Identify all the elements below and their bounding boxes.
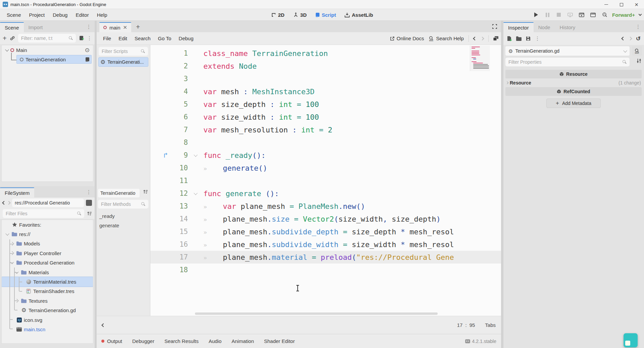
code-line-14[interactable]: 14»plane_mesh.size = Vector2(size_width,… [150, 213, 501, 225]
inspector-dock-menu-icon[interactable]: ⋮ [636, 24, 641, 30]
script-menu-debug[interactable]: Debug [175, 34, 197, 43]
close-tab-icon[interactable]: ✕ [123, 24, 128, 31]
property-row-resource[interactable]: Resource (1 change) [506, 78, 641, 87]
visibility-icon[interactable]: ⊙ [85, 47, 90, 54]
edited-resource-row[interactable]: ⚙ TerrainGeneration.gd [505, 46, 630, 56]
workspace-assetlib-button[interactable]: AssetLib [342, 11, 376, 19]
play-custom-scene-button[interactable] [589, 12, 597, 18]
method-ready[interactable]: _ready [98, 211, 149, 221]
scene-tab-main[interactable]: main ✕ [99, 22, 131, 32]
stop-button[interactable] [555, 12, 562, 18]
inspector-back-icon[interactable] [621, 37, 625, 40]
play-button[interactable] [532, 12, 540, 18]
toggle-scripts-panel-icon[interactable] [101, 323, 105, 327]
bottom-tab-output[interactable]: Output [101, 338, 122, 344]
remote-debug-button[interactable] [566, 12, 574, 18]
indent-type[interactable]: Tabs [485, 322, 496, 328]
horizontal-scrollbar[interactable] [195, 312, 438, 315]
tree-item-terrainshader-tres[interactable]: vsTerrainShader.tres [2, 287, 93, 296]
code-line-18[interactable]: 18 [150, 264, 501, 276]
code-line-6[interactable]: 6var size_width : int = 100 [150, 111, 501, 123]
save-resource-icon[interactable] [526, 36, 531, 41]
menu-help[interactable]: Help [94, 10, 111, 19]
code-line-9[interactable]: ↱9func _ready(): [150, 149, 501, 162]
code-line-12[interactable]: 12func generate (): [150, 187, 501, 200]
method-generate[interactable]: generate [98, 221, 149, 230]
script-menu-search[interactable]: Search [131, 34, 154, 43]
fold-gutter[interactable] [188, 193, 203, 194]
scene-extra-menu-icon[interactable]: ⋮ [87, 35, 92, 41]
code-line-1[interactable]: 1class_name TerrainGeneration [150, 47, 501, 60]
new-scene-tab-button[interactable]: + [136, 23, 140, 31]
filter-scripts-input[interactable] [99, 47, 148, 56]
minimize-button[interactable] [599, 0, 614, 9]
expander-down-icon[interactable] [5, 233, 10, 235]
code-line-2[interactable]: 2extends Node [150, 60, 501, 72]
load-resource-icon[interactable] [516, 36, 522, 41]
workspace-3d-button[interactable]: 3D [291, 11, 309, 19]
sort-files-icon[interactable] [87, 211, 92, 216]
code-line-8[interactable]: 8 [150, 136, 501, 149]
filter-methods-input[interactable] [98, 200, 148, 209]
history-back-icon[interactable] [473, 37, 477, 40]
expand-editor-icon[interactable] [492, 24, 497, 29]
pause-button[interactable] [544, 12, 551, 18]
tree-item-terrainmaterial-tres[interactable]: TerrainMaterial.tres [2, 277, 93, 286]
tree-item-procedural-generation[interactable]: Procedural Generation [2, 258, 93, 268]
bottom-tab-debugger[interactable]: Debugger [132, 338, 154, 344]
add-metadata-button[interactable]: + Add Metadata [546, 99, 601, 108]
tree-item-res[interactable]: res:// [2, 229, 93, 239]
code-line-3[interactable]: 3 [150, 72, 501, 85]
filter-properties-input[interactable] [505, 58, 630, 66]
script-menu-edit[interactable]: Edit [115, 34, 131, 43]
notification-overlay[interactable] [624, 333, 638, 347]
attach-script-button[interactable] [79, 36, 84, 41]
bottom-tab-shader-editor[interactable]: Shader Editor [264, 338, 295, 344]
tree-item-models[interactable]: Models [2, 239, 93, 248]
scene-node-terraingeneration[interactable]: TerrainGeneration [2, 55, 93, 64]
menu-project[interactable]: Project [26, 10, 48, 19]
code-line-7[interactable]: 7var mesh_resolution : int = 2 [150, 123, 501, 136]
filesystem-filter-input[interactable] [3, 209, 84, 218]
history-icon[interactable]: ↺ [636, 35, 641, 42]
code-line-4[interactable]: 4var mesh : MeshInstance3D [150, 85, 501, 98]
bottom-tab-audio[interactable]: Audio [209, 338, 221, 344]
script-list-item[interactable]: ⚙ TerrainGenerati... [99, 58, 148, 66]
code-line-17[interactable]: 17»plane_mesh.material = preload("res://… [150, 251, 501, 264]
sort-methods-icon[interactable] [143, 189, 148, 194]
movie-maker-button[interactable] [601, 12, 608, 18]
add-node-button[interactable]: + [3, 35, 7, 42]
code-line-5[interactable]: 5var size_depth : int = 100 [150, 98, 501, 111]
path-breadcrumb[interactable]: res://Procedural Generatio [12, 198, 84, 207]
tab-import[interactable]: Import [24, 22, 48, 32]
close-button[interactable]: ✕ [629, 0, 644, 9]
breakpoint-gutter[interactable]: ↱ [150, 152, 170, 159]
tab-scene[interactable]: Scene [0, 22, 24, 32]
tree-item-icon-svg[interactable]: icon.svg [2, 315, 93, 325]
renderer-select[interactable]: Forward+ [612, 12, 635, 18]
code-line-11[interactable]: 11 [150, 174, 501, 187]
fold-gutter[interactable] [188, 155, 203, 156]
toggle-split-mode-icon[interactable] [86, 200, 92, 206]
code-line-16[interactable]: 16»plane_mesh.subdivide_width = size_wid… [150, 238, 501, 251]
nav-forward-icon[interactable] [7, 201, 10, 205]
new-resource-icon[interactable] [507, 36, 512, 41]
instance-scene-button[interactable] [10, 36, 15, 41]
search-help-button[interactable]: DOC Search Help [429, 36, 464, 41]
resource-extra-menu-icon[interactable]: ⋮ [535, 36, 540, 42]
nav-back-icon[interactable] [2, 201, 6, 205]
script-menu-file[interactable]: File [99, 34, 115, 43]
menu-scene[interactable]: Scene [3, 10, 24, 19]
workspace-script-button[interactable]: Script [313, 11, 339, 19]
online-docs-button[interactable]: Online Docs [390, 36, 424, 41]
tree-item-player-controller[interactable]: Player Controller [2, 248, 93, 258]
menu-editor[interactable]: Editor [72, 10, 92, 19]
tab-filesystem[interactable]: FileSystem [0, 187, 34, 197]
expander-down-icon[interactable] [5, 48, 9, 51]
workspace-2d-button[interactable]: 2D [268, 11, 287, 19]
filesystem-dock-menu-icon[interactable]: ⋮ [86, 189, 91, 195]
maximize-button[interactable] [614, 0, 629, 9]
code-editor[interactable]: 1class_name TerrainGeneration2extends No… [150, 45, 501, 316]
tab-node[interactable]: Node [534, 22, 555, 32]
history-forward-icon[interactable] [480, 37, 484, 40]
